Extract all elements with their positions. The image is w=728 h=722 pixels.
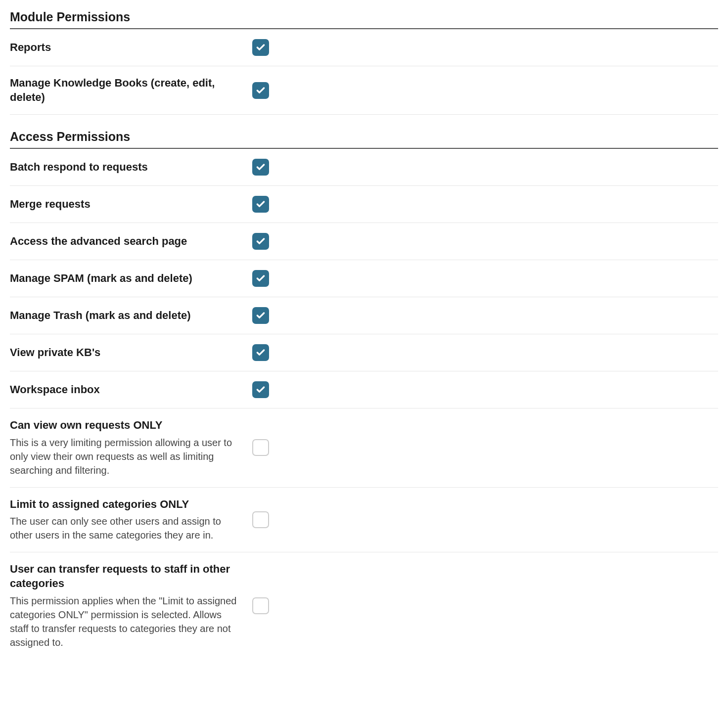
permission-label: Workspace inbox <box>10 383 242 397</box>
permissions-container: Module Permissions Reports Manage Knowle… <box>10 10 718 659</box>
permission-control <box>252 270 269 287</box>
permission-label-wrap: Manage Trash (mark as and delete) <box>10 309 252 323</box>
permission-label-wrap: Access the advanced search page <box>10 234 252 249</box>
permission-label-wrap: Reports <box>10 41 252 55</box>
permission-control <box>252 344 269 361</box>
permission-label-wrap: Merge requests <box>10 197 252 212</box>
permission-row: Merge requests <box>10 186 718 223</box>
checkbox-manage-trash[interactable] <box>252 307 269 324</box>
permission-label: View private KB's <box>10 346 242 360</box>
section-header-module: Module Permissions <box>10 10 718 29</box>
permission-label: User can transfer requests to staff in o… <box>10 562 242 590</box>
permission-row: Can view own requests ONLY This is a ver… <box>10 408 718 488</box>
permission-label: Batch respond to requests <box>10 160 242 175</box>
permission-control <box>252 196 269 213</box>
permission-label-wrap: Workspace inbox <box>10 383 252 397</box>
permission-label: Reports <box>10 41 242 55</box>
permission-label-wrap: Can view own requests ONLY This is a ver… <box>10 418 252 477</box>
permission-row: User can transfer requests to staff in o… <box>10 552 718 659</box>
permission-label: Access the advanced search page <box>10 234 242 249</box>
permission-control <box>252 159 269 176</box>
permission-label: Manage Knowledge Books (create, edit, de… <box>10 76 242 104</box>
permission-row: Reports <box>10 29 718 66</box>
checkbox-manage-kb[interactable] <box>252 82 269 99</box>
check-icon <box>256 273 266 283</box>
permission-row: View private KB's <box>10 334 718 371</box>
permission-label-wrap: Batch respond to requests <box>10 160 252 175</box>
check-icon <box>256 236 266 246</box>
permission-row: Limit to assigned categories ONLY The us… <box>10 488 718 553</box>
permission-row: Manage Trash (mark as and delete) <box>10 297 718 334</box>
permission-label: Merge requests <box>10 197 242 212</box>
permission-control <box>252 233 269 250</box>
permission-control <box>252 82 269 99</box>
checkbox-limit-categories[interactable] <box>252 511 269 528</box>
permission-label-wrap: Limit to assigned categories ONLY The us… <box>10 497 252 542</box>
permission-description: This is a very limiting permission allow… <box>10 436 242 477</box>
check-icon <box>256 348 266 358</box>
check-icon <box>256 86 266 95</box>
permission-label: Can view own requests ONLY <box>10 418 242 433</box>
check-icon <box>256 43 266 52</box>
checkbox-view-private-kb[interactable] <box>252 344 269 361</box>
permission-label-wrap: Manage SPAM (mark as and delete) <box>10 271 252 286</box>
check-icon <box>256 162 266 172</box>
checkbox-view-own-only[interactable] <box>252 439 269 456</box>
permission-label: Manage SPAM (mark as and delete) <box>10 271 242 286</box>
permission-description: The user can only see other users and as… <box>10 514 242 542</box>
permission-control <box>252 307 269 324</box>
permission-control <box>252 597 269 614</box>
checkbox-manage-spam[interactable] <box>252 270 269 287</box>
permission-row: Access the advanced search page <box>10 223 718 260</box>
permission-control <box>252 39 269 56</box>
permission-control <box>252 439 269 456</box>
checkbox-reports[interactable] <box>252 39 269 56</box>
checkbox-merge-requests[interactable] <box>252 196 269 213</box>
checkbox-advanced-search[interactable] <box>252 233 269 250</box>
section-header-access: Access Permissions <box>10 130 718 149</box>
check-icon <box>256 385 266 395</box>
permission-control <box>252 511 269 528</box>
permission-label-wrap: User can transfer requests to staff in o… <box>10 562 252 649</box>
permission-row: Batch respond to requests <box>10 149 718 186</box>
permission-label: Manage Trash (mark as and delete) <box>10 309 242 323</box>
permission-label-wrap: Manage Knowledge Books (create, edit, de… <box>10 76 252 104</box>
permission-row: Workspace inbox <box>10 371 718 408</box>
check-icon <box>256 311 266 320</box>
checkbox-workspace-inbox[interactable] <box>252 381 269 398</box>
checkbox-batch-respond[interactable] <box>252 159 269 176</box>
permission-row: Manage Knowledge Books (create, edit, de… <box>10 66 718 115</box>
permission-description: This permission applies when the "Limit … <box>10 594 242 649</box>
permission-label: Limit to assigned categories ONLY <box>10 497 242 512</box>
permission-label-wrap: View private KB's <box>10 346 252 360</box>
check-icon <box>256 199 266 209</box>
permission-control <box>252 381 269 398</box>
permission-row: Manage SPAM (mark as and delete) <box>10 260 718 297</box>
checkbox-transfer-requests[interactable] <box>252 597 269 614</box>
